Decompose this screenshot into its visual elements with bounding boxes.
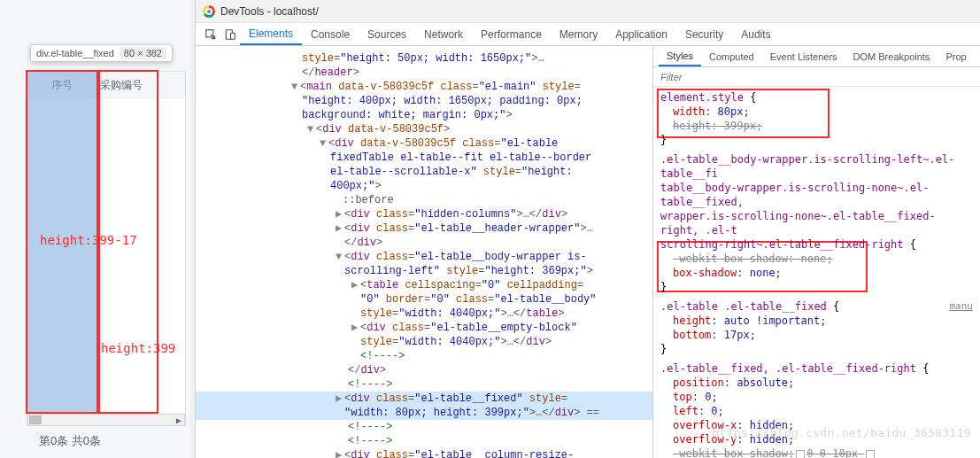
tab-sources[interactable]: Sources — [359, 23, 415, 45]
styles-rules[interactable]: element.style { width: 80px; height: 399… — [653, 87, 980, 458]
device-toggle-icon[interactable] — [220, 25, 240, 44]
element-tooltip: div.el-table__fixed 80 × 382 — [30, 44, 173, 62]
rule-body-wrapper: .el-table__body-wrapper.is-scrolling-lef… — [660, 152, 973, 294]
app-panel: div.el-table__fixed 80 × 382 序号 采购编号 hei… — [0, 0, 190, 458]
el-table: 序号 采购编号 — [27, 71, 186, 425]
tab-application[interactable]: Application — [606, 23, 676, 45]
styles-filter-input[interactable] — [659, 71, 975, 83]
dom-selected-node: ▶<div class="el-table__fixed" style= — [196, 392, 652, 406]
scroll-thumb[interactable] — [29, 415, 42, 424]
devtools-titlebar: DevTools - localhost/ — [196, 0, 980, 23]
tab-memory[interactable]: Memory — [551, 23, 606, 45]
tab-audits[interactable]: Audits — [732, 23, 779, 45]
dom-tree[interactable]: style="height: 50px; width: 1650px;">…</… — [196, 46, 652, 458]
tooltip-selector: div.el-table__fixed — [36, 48, 114, 58]
tab-security[interactable]: Security — [676, 23, 732, 45]
tab-network[interactable]: Network — [415, 23, 472, 45]
tab-elements[interactable]: Elements — [240, 23, 302, 45]
th-seq: 序号 — [27, 72, 96, 97]
styles-pane: Styles Computed Event Listeners DOM Brea… — [652, 46, 980, 458]
side-tab-styles[interactable]: Styles — [659, 46, 701, 66]
rule-fixed-right: .el-table__fixed, .el-table__fixed-right… — [660, 361, 973, 458]
side-tab-event-listeners[interactable]: Event Listeners — [762, 46, 845, 66]
rule-element-style: element.style { width: 80px; height: 399… — [660, 90, 973, 147]
annotation-text-top: height:399-17 — [40, 233, 137, 247]
th-purchase-no: 采购编号 — [96, 72, 185, 97]
annotation-text-bottom: height:399 — [101, 341, 175, 355]
side-tab-dom-breakpoints[interactable]: DOM Breakpoints — [845, 46, 938, 66]
side-tab-computed[interactable]: Computed — [701, 46, 762, 66]
rule-el-table-fixed: manu .el-table .el-table__fixed { height… — [660, 299, 973, 356]
tab-performance[interactable]: Performance — [472, 23, 551, 45]
tab-console[interactable]: Console — [302, 23, 359, 45]
horizontal-scrollbar[interactable]: ◄ ► — [27, 414, 185, 426]
table-header: 序号 采购编号 — [27, 72, 185, 98]
source-link[interactable]: manu — [950, 299, 974, 314]
chrome-icon — [203, 5, 215, 18]
styles-filter-row — [653, 67, 980, 87]
devtools-title: DevTools - localhost/ — [220, 5, 319, 18]
devtools-main-tabs: Elements Console Sources Network Perform… — [196, 23, 980, 46]
tooltip-dimensions: 80 × 382 — [120, 47, 166, 59]
inspect-icon[interactable] — [201, 25, 220, 44]
side-tab-properties[interactable]: Prop — [938, 46, 974, 66]
svg-rect-2 — [231, 33, 235, 39]
pagination-text: 第0条 共0条 — [39, 433, 101, 449]
scroll-right-arrow[interactable]: ► — [173, 415, 185, 425]
devtools-window: DevTools - localhost/ Elements Console S… — [195, 0, 980, 458]
styles-side-tabs: Styles Computed Event Listeners DOM Brea… — [653, 46, 980, 67]
